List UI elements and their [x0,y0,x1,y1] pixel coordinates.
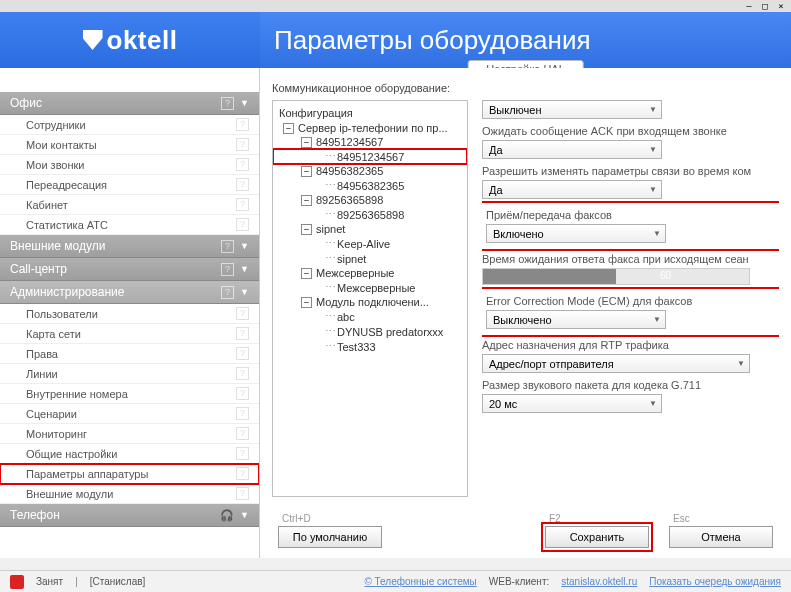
help-icon[interactable]: ? [236,387,249,400]
close-button[interactable]: × [775,1,787,11]
sidebar-item-lines[interactable]: Линии? [0,364,259,384]
logo-text: oktell [107,25,178,56]
collapse-icon[interactable]: − [301,195,312,206]
sidebar-item-calls[interactable]: Мои звонки? [0,155,259,175]
tree-node-server[interactable]: −Сервер ip-телефонии по пр... [273,121,467,135]
help-icon[interactable]: ? [236,198,249,211]
dropdown-rtp-dest[interactable]: Адрес/порт отправителя▼ [482,354,750,373]
highlighted-group-ecm: Error Correction Mode (ECM) для факсов В… [482,291,779,333]
dropdown-ack[interactable]: Да▼ [482,140,662,159]
sidebar-section-admin[interactable]: Администрирование ?▼ [0,281,259,304]
status-indicator-icon[interactable] [10,575,24,589]
save-button[interactable]: Сохранить [545,526,649,548]
sidebar-item-netmap[interactable]: Карта сети? [0,324,259,344]
slider-fill [483,269,616,284]
tree-leaf-icon: ⋯ [325,340,335,353]
tree-node[interactable]: −sipnet [273,222,467,236]
tree-node[interactable]: −Модуль подключени... [273,295,467,309]
sidebar-section-callcenter[interactable]: Call-центр ?▼ [0,258,259,281]
sidebar-section-office[interactable]: Офис ?▼ [0,92,259,115]
sidebar-item-contacts[interactable]: Мои контакты? [0,135,259,155]
help-icon[interactable]: ? [236,367,249,380]
help-icon[interactable]: ? [221,286,234,299]
help-icon[interactable]: ? [236,118,249,131]
collapse-icon[interactable]: − [301,166,312,177]
help-icon[interactable]: ? [236,447,249,460]
dropdown-packet-size[interactable]: 20 мс▼ [482,394,662,413]
content-area: Коммуникационное оборудование: Конфигура… [260,68,791,558]
sidebar-item-hardware-params[interactable]: Параметры аппаратуры? [0,464,259,484]
show-queue-link[interactable]: Показать очередь ожидания [649,576,781,587]
help-icon[interactable]: ? [236,427,249,440]
sidebar-section-external[interactable]: Внешние модули ?▼ [0,235,259,258]
tree-leaf-icon: ⋯ [325,281,335,294]
sidebar-item-scenarios[interactable]: Сценарии? [0,404,259,424]
form-label: Error Correction Mode (ECM) для факсов [486,295,775,307]
dropdown-state[interactable]: Выключен▼ [482,100,662,119]
help-icon[interactable]: ? [221,263,234,276]
help-icon[interactable]: ? [236,158,249,171]
sidebar-section-phone[interactable]: Телефон 🎧▼ [0,504,259,527]
chevron-down-icon: ▼ [240,241,249,251]
tree-node-selected[interactable]: ⋯84951234567 [273,149,467,164]
dropdown-fax-mode[interactable]: Включено▼ [486,224,666,243]
form-label: Разрешить изменять параметры связи во вр… [482,165,779,177]
tree-node[interactable]: ⋯89256365898 [273,207,467,222]
collapse-icon[interactable]: − [301,137,312,148]
cancel-button[interactable]: Отмена [669,526,773,548]
headset-icon: 🎧 [220,509,234,522]
form-label: Ожидать сообщение ACK при входящем звонк… [482,125,779,137]
default-button[interactable]: По умолчанию [278,526,382,548]
tree-leaf-icon: ⋯ [325,252,335,265]
tree-node[interactable]: −84956382365 [273,164,467,178]
sidebar-item-general-settings[interactable]: Общие настройки? [0,444,259,464]
slider-fax-timeout[interactable]: 60 [482,268,750,285]
config-tree[interactable]: Конфигурация −Сервер ip-телефонии по пр.… [272,100,468,497]
status-user: [Станислав] [90,576,146,587]
tree-node[interactable]: ⋯abc [273,309,467,324]
collapse-icon[interactable]: − [301,224,312,235]
tree-node[interactable]: ⋯DYNUSB predatorxxx [273,324,467,339]
sidebar-item-cabinet[interactable]: Кабинет? [0,195,259,215]
sidebar-item-internal-numbers[interactable]: Внутренние номера? [0,384,259,404]
sidebar-item-employees[interactable]: Сотрудники? [0,115,259,135]
help-icon[interactable]: ? [221,240,234,253]
maximize-button[interactable]: □ [759,1,771,11]
collapse-icon[interactable]: − [283,123,294,134]
help-icon[interactable]: ? [236,178,249,191]
help-icon[interactable]: ? [221,97,234,110]
tree-node[interactable]: −89256365898 [273,193,467,207]
copyright-link[interactable]: © Телефонные системы [364,576,476,587]
chevron-down-icon: ▼ [240,98,249,108]
minimize-button[interactable]: – [743,1,755,11]
dropdown-ecm[interactable]: Выключено▼ [486,310,666,329]
collapse-icon[interactable]: − [301,297,312,308]
tree-leaf-icon: ⋯ [325,325,335,338]
shortcut-hint: F2 [545,513,649,524]
help-icon[interactable]: ? [236,487,249,500]
sidebar-item-ats-stats[interactable]: Статистика АТС? [0,215,259,235]
sidebar-item-users[interactable]: Пользователи? [0,304,259,324]
sidebar-item-forwarding[interactable]: Переадресация? [0,175,259,195]
status-separator: | [75,576,78,587]
help-icon[interactable]: ? [236,307,249,320]
help-icon[interactable]: ? [236,327,249,340]
help-icon[interactable]: ? [236,467,249,480]
help-icon[interactable]: ? [236,347,249,360]
sidebar-item-external-modules[interactable]: Внешние модули? [0,484,259,504]
tree-node[interactable]: ⋯Keep-Alive [273,236,467,251]
web-url-link[interactable]: stanislav.oktell.ru [561,576,637,587]
tree-node[interactable]: ⋯Test333 [273,339,467,354]
tree-node[interactable]: −84951234567 [273,135,467,149]
help-icon[interactable]: ? [236,138,249,151]
tree-node[interactable]: −Межсерверные [273,266,467,280]
help-icon[interactable]: ? [236,407,249,420]
tree-node[interactable]: ⋯sipnet [273,251,467,266]
help-icon[interactable]: ? [236,218,249,231]
sidebar-item-monitoring[interactable]: Мониторинг? [0,424,259,444]
dropdown-allow-change[interactable]: Да▼ [482,180,662,199]
tree-node[interactable]: ⋯Межсерверные [273,280,467,295]
tree-node[interactable]: ⋯84956382365 [273,178,467,193]
collapse-icon[interactable]: − [301,268,312,279]
sidebar-item-rights[interactable]: Права? [0,344,259,364]
